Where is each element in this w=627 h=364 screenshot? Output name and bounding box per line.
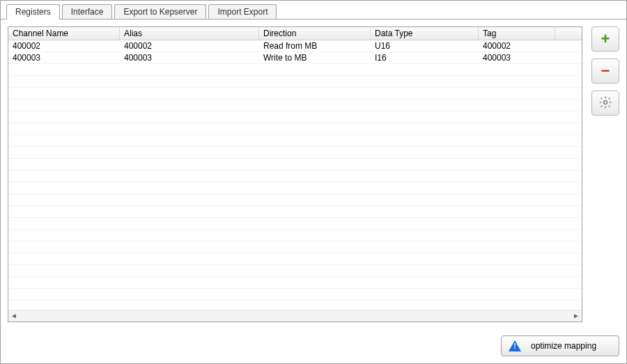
tab-strip: Registers Interface Export to Kepserver …: [6, 4, 277, 19]
cell-alias: [120, 277, 259, 288]
cell-alias: [120, 100, 259, 111]
horizontal-scrollbar[interactable]: ◄ ►: [8, 310, 582, 322]
cell-direction: [259, 277, 371, 288]
cell-alias: [120, 76, 259, 87]
column-header-alias[interactable]: Alias: [120, 27, 259, 40]
cell-tag: [479, 135, 555, 146]
cell-datatype: [371, 171, 479, 182]
cell-datatype: [371, 64, 479, 75]
gear-icon: [598, 95, 612, 111]
cell-alias: [120, 159, 259, 170]
cell-alias: [120, 289, 259, 300]
optimize-mapping-label: optimize mapping: [531, 341, 596, 351]
cell-alias: [120, 135, 259, 146]
cell-alias: 400002: [120, 40, 259, 52]
column-header-datatype[interactable]: Data Type: [371, 27, 479, 40]
cell-datatype: [371, 100, 479, 111]
cell-direction: [259, 218, 371, 229]
cell-tag: [479, 159, 555, 170]
cell-direction: [259, 147, 371, 158]
cell-tag: [479, 88, 555, 99]
table-row: [8, 123, 582, 135]
table-row[interactable]: 400002400002Read from MBU16400002: [8, 40, 582, 52]
cell-tag: [479, 253, 555, 264]
column-header-direction[interactable]: Direction: [259, 27, 371, 40]
table-row: [8, 64, 582, 76]
scroll-left-icon[interactable]: ◄: [8, 310, 20, 322]
cell-channel: [8, 206, 120, 217]
cell-datatype: [371, 277, 479, 288]
cell-alias: [120, 64, 259, 75]
cell-direction: [259, 265, 371, 276]
side-button-column: + −: [591, 26, 619, 116]
table-row: [8, 218, 582, 230]
cell-alias: [120, 171, 259, 182]
cell-datatype: [371, 230, 479, 241]
svg-point-0: [604, 100, 607, 104]
add-button[interactable]: +: [591, 26, 619, 52]
cell-alias: [120, 88, 259, 99]
cell-datatype: [371, 206, 479, 217]
cell-datatype: I16: [371, 52, 479, 63]
cell-datatype: [371, 76, 479, 87]
cell-datatype: [371, 194, 479, 205]
cell-channel: [8, 301, 120, 310]
cell-datatype: [371, 88, 479, 99]
table-row[interactable]: 400003400003Write to MBI16400003: [8, 52, 582, 64]
tab-registers[interactable]: Registers: [6, 4, 60, 19]
cell-channel: [8, 289, 120, 300]
cell-direction: [259, 135, 371, 146]
cell-direction: [259, 111, 371, 122]
cell-direction: [259, 64, 371, 75]
cell-direction: [259, 289, 371, 300]
remove-button[interactable]: −: [591, 58, 619, 84]
table-row: [8, 289, 582, 301]
cell-direction: [259, 242, 371, 253]
minus-icon: −: [601, 63, 610, 79]
cell-tag: [479, 171, 555, 182]
cell-channel: [8, 100, 120, 111]
cell-alias: [120, 265, 259, 276]
column-header-channel[interactable]: Channel Name: [8, 27, 120, 40]
settings-button[interactable]: [591, 90, 619, 116]
cell-alias: [120, 123, 259, 134]
cell-channel: [8, 64, 120, 75]
cell-channel: [8, 194, 120, 205]
cell-datatype: [371, 123, 479, 134]
cell-tag: [479, 218, 555, 229]
cell-channel: [8, 88, 120, 99]
cell-tag: [479, 64, 555, 75]
cell-channel: [8, 147, 120, 158]
cell-alias: [120, 182, 259, 193]
cell-tag: [479, 123, 555, 134]
optimize-mapping-button[interactable]: optimize mapping: [501, 335, 619, 356]
cell-tag: [479, 301, 555, 310]
cell-channel: [8, 123, 120, 134]
cell-tag: [479, 206, 555, 217]
table-row: [8, 230, 582, 242]
cell-direction: [259, 159, 371, 170]
cell-direction: [259, 76, 371, 87]
tab-export-kepserver[interactable]: Export to Kepserver: [114, 4, 206, 19]
cell-datatype: [371, 301, 479, 310]
tab-import-export[interactable]: Import Export: [208, 4, 277, 19]
cell-datatype: [371, 289, 479, 300]
scroll-right-icon[interactable]: ►: [571, 310, 582, 322]
table-row: [8, 171, 582, 182]
cell-channel: [8, 111, 120, 122]
plus-icon: +: [601, 31, 610, 47]
table-row: [8, 135, 582, 147]
column-header-tag[interactable]: Tag: [479, 27, 555, 40]
cell-alias: [120, 194, 259, 205]
cell-datatype: [371, 147, 479, 158]
table-row: [8, 206, 582, 218]
table-header: Channel Name Alias Direction Data Type T…: [8, 27, 582, 40]
cell-tag: 400002: [479, 40, 555, 52]
tab-interface[interactable]: Interface: [62, 4, 113, 19]
cell-datatype: [371, 242, 479, 253]
cell-direction: Write to MB: [259, 52, 371, 63]
cell-datatype: [371, 111, 479, 122]
table-row: [8, 242, 582, 253]
cell-channel: [8, 253, 120, 264]
cell-datatype: [371, 159, 479, 170]
